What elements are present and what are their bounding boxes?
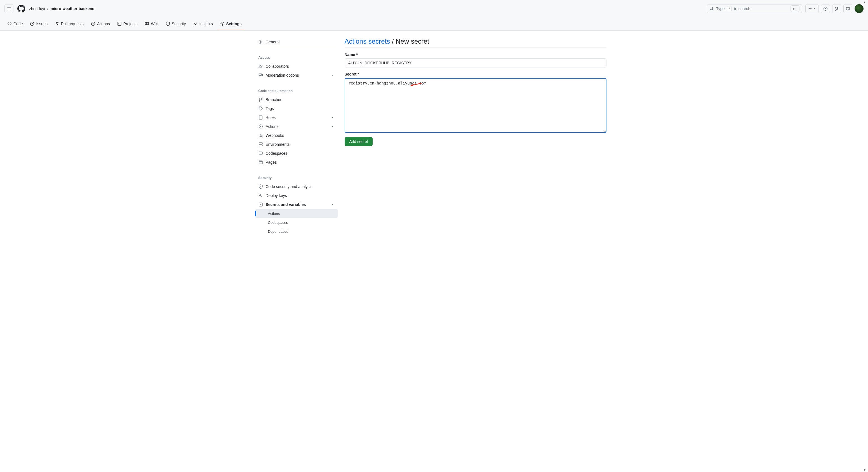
page-title: Actions secrets / New secret (345, 37, 607, 48)
search-placeholder-suffix: to search (734, 6, 750, 11)
svg-point-16 (260, 134, 261, 135)
sidebar-group-title: Code and automation (255, 87, 338, 95)
notifications-button[interactable] (843, 4, 852, 13)
add-secret-button[interactable]: Add secret (345, 137, 373, 146)
sidebar-subitem-actions[interactable]: Actions (255, 209, 338, 218)
tab-pull-requests[interactable]: Pull requests (52, 18, 87, 30)
sidebar-item-label: Pages (266, 160, 277, 165)
header-actions (805, 4, 864, 13)
tab-wiki-label: Wiki (151, 22, 158, 26)
chevron-down-icon (330, 115, 335, 120)
search-icon (709, 6, 714, 11)
svg-rect-17 (259, 143, 262, 144)
tab-insights[interactable]: Insights (190, 18, 215, 30)
shield-icon (258, 184, 263, 189)
breadcrumb-root-link[interactable]: Actions secrets (345, 37, 390, 45)
name-label: Name * (345, 52, 607, 57)
repo-icon (258, 115, 263, 120)
svg-point-7 (260, 41, 261, 42)
svg-rect-20 (259, 161, 262, 164)
svg-point-11 (259, 108, 260, 108)
sidebar-item-environments[interactable]: Environments (255, 140, 338, 149)
secret-label: Secret * (345, 72, 607, 77)
tab-insights-label: Insights (199, 22, 213, 26)
sidebar-subitem-dependabot[interactable]: Dependabot (255, 227, 338, 236)
svg-point-21 (260, 186, 261, 187)
settings-sidebar: General AccessCollaboratorsModeration op… (255, 37, 338, 243)
sidebar-item-actions[interactable]: Actions (255, 122, 338, 131)
sidebar-item-general[interactable]: General (255, 37, 338, 47)
sidebar-item-secrets-and-variables[interactable]: Secrets and variables (255, 200, 338, 209)
tab-code-label: Code (13, 22, 23, 26)
sidebar-item-deploy-keys[interactable]: Deploy keys (255, 191, 338, 200)
sidebar-subitem-label: Dependabot (268, 229, 288, 234)
sidebar-item-tags[interactable]: Tags (255, 104, 338, 113)
sidebar-item-moderation-options[interactable]: Moderation options (255, 71, 338, 80)
pull-requests-shortcut-button[interactable] (832, 4, 841, 13)
repo-nav: Code Issues Pull requests Actions Projec… (0, 17, 868, 31)
breadcrumb-repo[interactable]: micro-weather-backend (51, 6, 95, 11)
sidebar-item-code-security-and-analysis[interactable]: Code security and analysis (255, 182, 338, 191)
sidebar-item-webhooks[interactable]: Webhooks (255, 131, 338, 140)
webhook-icon (258, 133, 263, 138)
sidebar-group-title: Access (255, 54, 338, 62)
tab-actions[interactable]: Actions (88, 18, 113, 30)
chevron-down-icon (330, 73, 335, 78)
sidebar-item-general-label: General (266, 40, 280, 44)
global-header: zhou-fuyi / micro-weather-backend Type /… (0, 0, 868, 17)
people-icon (258, 64, 263, 68)
breadcrumb-separator: / (47, 6, 49, 11)
chevron-down-icon (330, 124, 335, 129)
sidebar-item-label: Collaborators (266, 64, 289, 68)
svg-rect-12 (259, 116, 262, 119)
tab-wiki[interactable]: Wiki (142, 18, 161, 30)
tab-issues-label: Issues (36, 22, 47, 26)
sidebar-group-title: Security (255, 174, 338, 182)
sidebar-item-rules[interactable]: Rules (255, 113, 338, 122)
sidebar-item-label: Moderation options (266, 73, 299, 78)
tab-projects-label: Projects (123, 22, 137, 26)
github-logo[interactable] (17, 4, 26, 13)
sidebar-item-label: Rules (266, 115, 276, 120)
server-icon (258, 142, 263, 147)
hamburger-menu-button[interactable] (4, 4, 13, 13)
breadcrumb-owner[interactable]: zhou-fuyi (29, 6, 45, 11)
svg-point-3 (32, 23, 33, 24)
issues-shortcut-button[interactable] (821, 4, 830, 13)
secret-value-textarea[interactable] (345, 78, 607, 133)
sidebar-item-branches[interactable]: Branches (255, 95, 338, 104)
svg-point-6 (221, 23, 223, 24)
sidebar-subitem-codespaces[interactable]: Codespaces (255, 218, 338, 227)
browser-icon (258, 160, 263, 165)
svg-rect-19 (259, 152, 262, 154)
play-icon (258, 124, 263, 129)
secret-name-input[interactable] (345, 58, 607, 67)
search-kbd-slash: / (727, 6, 732, 11)
tab-security[interactable]: Security (163, 18, 189, 30)
sidebar-item-codespaces[interactable]: Codespaces (255, 149, 338, 158)
chevron-up-icon (330, 202, 335, 207)
tab-projects[interactable]: Projects (115, 18, 141, 30)
sidebar-item-label: Branches (266, 97, 282, 102)
sidebar-item-pages[interactable]: Pages (255, 158, 338, 167)
svg-point-10 (261, 98, 262, 99)
svg-point-14 (259, 136, 260, 137)
user-avatar[interactable] (855, 4, 864, 13)
global-search[interactable]: Type / to search >_ (707, 4, 802, 13)
tab-issues[interactable]: Issues (27, 18, 50, 30)
command-palette-button[interactable]: >_ (790, 5, 800, 12)
tab-pull-requests-label: Pull requests (61, 22, 84, 26)
sidebar-item-label: Deploy keys (266, 193, 287, 198)
sidebar-item-collaborators[interactable]: Collaborators (255, 62, 338, 71)
breadcrumb-separator: / (392, 37, 396, 45)
tab-settings[interactable]: Settings (217, 18, 245, 30)
search-placeholder-prefix: Type (716, 6, 724, 11)
tab-settings-label: Settings (226, 22, 242, 26)
sidebar-item-label: Code security and analysis (266, 184, 312, 189)
tab-code[interactable]: Code (4, 18, 26, 30)
sidebar-item-label: Actions (266, 124, 279, 129)
create-new-dropdown[interactable] (805, 4, 819, 13)
svg-rect-18 (259, 145, 262, 146)
svg-point-1 (825, 8, 826, 9)
sidebar-item-label: Webhooks (266, 133, 284, 138)
